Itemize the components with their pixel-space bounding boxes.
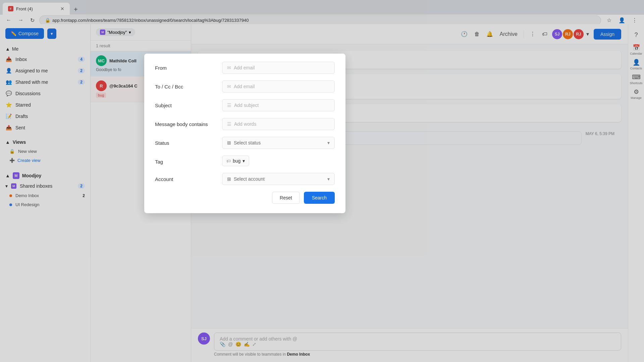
tag-value[interactable]: 🏷 bug ▾ xyxy=(222,156,249,166)
to-email-icon: ✉ xyxy=(227,84,231,89)
body-label: Message body contains xyxy=(155,118,222,127)
search-button[interactable]: Search xyxy=(304,192,335,204)
subject-input[interactable]: ☰ Add subject xyxy=(222,99,335,111)
from-input-wrap: ✉ Add email xyxy=(222,62,335,74)
subject-icon: ☰ xyxy=(227,103,231,108)
from-placeholder: Add email xyxy=(234,65,255,70)
tag-value-text: bug xyxy=(233,158,240,164)
filter-row-from: From ✉ Add email xyxy=(155,62,335,74)
filter-row-tag: Tag 🏷 bug ▾ xyxy=(155,156,335,166)
from-email-icon: ✉ xyxy=(227,65,231,70)
status-input-wrap: ⊞ Select status ▾ xyxy=(222,137,335,149)
filter-row-subject: Subject ☰ Add subject xyxy=(155,99,335,111)
tag-chevron-icon: ▾ xyxy=(243,158,245,164)
reset-button[interactable]: Reset xyxy=(272,192,300,204)
filter-row-to: To / Cc / Bcc ✉ Add email xyxy=(155,80,335,93)
search-filter-overlay: From ✉ Add email To / Cc / Bcc ✉ Add ema… xyxy=(0,0,644,362)
status-label: Status xyxy=(155,137,222,146)
to-input-wrap: ✉ Add email xyxy=(222,80,335,93)
tag-filter-label: Tag xyxy=(155,156,222,165)
subject-label: Subject xyxy=(155,99,222,108)
subject-placeholder: Add subject xyxy=(234,103,259,108)
account-input-wrap: ⊞ Select account ▾ xyxy=(222,173,335,185)
filter-row-status: Status ⊞ Select status ▾ xyxy=(155,137,335,149)
status-select[interactable]: ⊞ Select status ▾ xyxy=(222,137,335,149)
status-grid-icon: ⊞ xyxy=(227,140,231,145)
search-filter-panel: From ✉ Add email To / Cc / Bcc ✉ Add ema… xyxy=(144,54,345,213)
account-label: Account xyxy=(155,173,222,182)
filter-row-body: Message body contains ☰ Add words xyxy=(155,118,335,130)
filter-actions: Reset Search xyxy=(155,192,335,204)
to-input[interactable]: ✉ Add email xyxy=(222,80,335,93)
filter-row-account: Account ⊞ Select account ▾ xyxy=(155,173,335,185)
tag-icon: 🏷 xyxy=(226,159,231,164)
account-icon: ⊞ xyxy=(227,176,231,182)
tag-input-wrap: 🏷 bug ▾ xyxy=(222,156,335,166)
account-select[interactable]: ⊞ Select account ▾ xyxy=(222,173,335,185)
from-label: From xyxy=(155,62,222,71)
account-chevron-icon: ▾ xyxy=(327,176,330,182)
from-input[interactable]: ✉ Add email xyxy=(222,62,335,74)
account-placeholder: Select account xyxy=(234,176,265,182)
to-label: To / Cc / Bcc xyxy=(155,80,222,89)
body-input[interactable]: ☰ Add words xyxy=(222,118,335,130)
body-icon: ☰ xyxy=(227,121,231,127)
body-placeholder: Add words xyxy=(234,121,256,127)
to-placeholder: Add email xyxy=(234,84,255,89)
status-placeholder: Select status xyxy=(234,140,261,145)
body-input-wrap: ☰ Add words xyxy=(222,118,335,130)
status-chevron-icon: ▾ xyxy=(327,140,330,145)
subject-input-wrap: ☰ Add subject xyxy=(222,99,335,111)
